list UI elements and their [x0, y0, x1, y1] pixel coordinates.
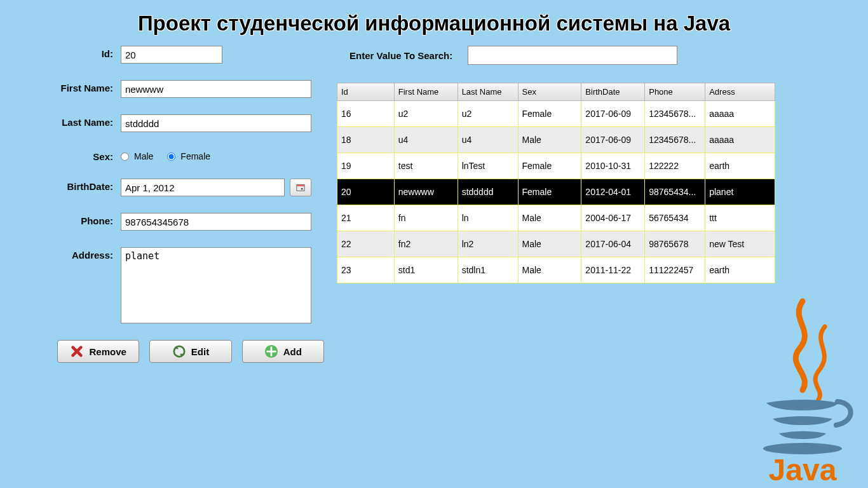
svg-point-5 — [763, 443, 842, 454]
first-name-input[interactable] — [121, 80, 311, 98]
id-input[interactable] — [121, 46, 222, 64]
edit-button-label: Edit — [191, 346, 209, 357]
table-cell-phone[interactable]: 98765434... — [645, 179, 705, 205]
table-cell-id[interactable]: 18 — [337, 127, 395, 153]
svg-point-3 — [174, 346, 185, 357]
table-cell-sex[interactable]: Female — [518, 179, 581, 205]
sex-male-radio[interactable] — [121, 152, 129, 161]
table-header-phone[interactable]: Phone — [645, 83, 705, 101]
table-cell-birthdate[interactable]: 2017-06-09 — [581, 127, 645, 153]
table-cell-id[interactable]: 19 — [337, 153, 395, 179]
edit-button[interactable]: Edit — [149, 340, 231, 363]
table-header-first-name[interactable]: First Name — [394, 83, 458, 101]
table-cell-sex[interactable]: Male — [518, 257, 581, 283]
table-cell-first_name[interactable]: fn2 — [394, 231, 458, 257]
table-cell-address[interactable]: planet — [705, 179, 775, 205]
table-cell-id[interactable]: 21 — [337, 205, 395, 231]
table-header-last-name[interactable]: Last Name — [458, 83, 518, 101]
search-label: Enter Value To Search: — [349, 50, 452, 61]
table-cell-first_name[interactable]: u4 — [394, 127, 458, 153]
table-cell-last_name[interactable]: ln — [458, 205, 518, 231]
date-picker-button[interactable] — [290, 179, 311, 196]
address-input[interactable] — [121, 247, 311, 323]
table-header-address[interactable]: Adress — [705, 83, 775, 101]
right-panel: Enter Value To Search: Id First Name Las… — [337, 46, 849, 363]
table-cell-first_name[interactable]: std1 — [394, 257, 458, 283]
search-input[interactable] — [468, 46, 677, 65]
table-cell-first_name[interactable]: newwww — [394, 179, 458, 205]
table-cell-phone[interactable]: 111222457 — [645, 257, 705, 283]
form-panel: Id: First Name: Last Name: Sex: Male Fem… — [19, 46, 337, 363]
table-cell-birthdate[interactable]: 2004-06-17 — [581, 205, 645, 231]
table-cell-sex[interactable]: Female — [518, 101, 581, 127]
table-cell-id[interactable]: 20 — [337, 179, 395, 205]
table-cell-last_name[interactable]: stddddd — [458, 179, 518, 205]
table-cell-first_name[interactable]: test — [394, 153, 458, 179]
table-cell-phone[interactable]: 98765678 — [645, 231, 705, 257]
table-cell-phone[interactable]: 12345678... — [645, 101, 705, 127]
table-cell-last_name[interactable]: lnTest — [458, 153, 518, 179]
remove-button-label: Remove — [89, 346, 126, 357]
table-cell-last_name[interactable]: stdln1 — [458, 257, 518, 283]
table-cell-birthdate[interactable]: 2011-11-22 — [581, 257, 645, 283]
sex-female-label: Female — [180, 151, 210, 161]
table-row[interactable]: 19testlnTestFemale2010-10-31122222earth — [337, 153, 775, 179]
table-cell-last_name[interactable]: ln2 — [458, 231, 518, 257]
table-cell-sex[interactable]: Male — [518, 127, 581, 153]
address-label: Address: — [19, 247, 121, 261]
calendar-icon — [294, 180, 308, 194]
remove-icon — [70, 344, 84, 358]
svg-text:Java: Java — [769, 453, 837, 485]
sex-label: Sex: — [19, 149, 121, 162]
first-name-label: First Name: — [19, 80, 121, 93]
phone-input[interactable] — [121, 213, 311, 231]
remove-button[interactable]: Remove — [57, 340, 139, 363]
table-cell-phone[interactable]: 122222 — [645, 153, 705, 179]
table-row[interactable]: 16u2u2Female2017-06-0912345678...aaaaa — [337, 101, 775, 127]
add-button-label: Add — [283, 346, 302, 357]
table-header-birthdate[interactable]: BirthDate — [581, 83, 645, 101]
table-cell-first_name[interactable]: u2 — [394, 101, 458, 127]
table-header-sex[interactable]: Sex — [518, 83, 581, 101]
table-cell-first_name[interactable]: fn — [394, 205, 458, 231]
table-cell-id[interactable]: 22 — [337, 231, 395, 257]
table-cell-address[interactable]: aaaaa — [705, 101, 775, 127]
page-title: Проект студенческой информационной систе… — [0, 0, 868, 39]
table-cell-address[interactable]: earth — [705, 153, 775, 179]
birthdate-label: BirthDate: — [19, 179, 121, 192]
table-cell-last_name[interactable]: u2 — [458, 101, 518, 127]
table-cell-birthdate[interactable]: 2017-06-09 — [581, 101, 645, 127]
table-cell-address[interactable]: earth — [705, 257, 775, 283]
svg-rect-1 — [297, 185, 304, 187]
table-cell-sex[interactable]: Male — [518, 205, 581, 231]
table-row[interactable]: 23std1stdln1Male2011-11-22111222457earth — [337, 257, 775, 283]
table-cell-birthdate[interactable]: 2012-04-01 — [581, 179, 645, 205]
table-cell-phone[interactable]: 56765434 — [645, 205, 705, 231]
table-cell-id[interactable]: 23 — [337, 257, 395, 283]
table-cell-phone[interactable]: 12345678... — [645, 127, 705, 153]
sex-female-radio[interactable] — [167, 152, 175, 161]
table-cell-sex[interactable]: Male — [518, 231, 581, 257]
add-icon — [264, 344, 278, 358]
table-cell-address[interactable]: new Test — [705, 231, 775, 257]
sex-male-label: Male — [134, 151, 153, 161]
table-cell-last_name[interactable]: u4 — [458, 127, 518, 153]
table-cell-id[interactable]: 16 — [337, 101, 395, 127]
students-table[interactable]: Id First Name Last Name Sex BirthDate Ph… — [337, 83, 775, 283]
birthdate-input[interactable] — [121, 179, 285, 196]
table-row[interactable]: 20newwwwstdddddFemale2012-04-0198765434.… — [337, 179, 775, 205]
table-cell-birthdate[interactable]: 2017-06-04 — [581, 231, 645, 257]
table-row[interactable]: 18u4u4Male2017-06-0912345678...aaaaa — [337, 127, 775, 153]
phone-label: Phone: — [19, 213, 121, 226]
edit-icon — [172, 344, 186, 358]
table-cell-sex[interactable]: Female — [518, 153, 581, 179]
table-cell-address[interactable]: ttt — [705, 205, 775, 231]
table-header-id[interactable]: Id — [337, 83, 395, 101]
last-name-label: Last Name: — [19, 114, 121, 128]
table-cell-birthdate[interactable]: 2010-10-31 — [581, 153, 645, 179]
table-row[interactable]: 22fn2ln2Male2017-06-0498765678new Test — [337, 231, 775, 257]
last-name-input[interactable] — [121, 114, 311, 132]
add-button[interactable]: Add — [242, 340, 324, 363]
table-cell-address[interactable]: aaaaa — [705, 127, 775, 153]
table-row[interactable]: 21fnlnMale2004-06-1756765434ttt — [337, 205, 775, 231]
